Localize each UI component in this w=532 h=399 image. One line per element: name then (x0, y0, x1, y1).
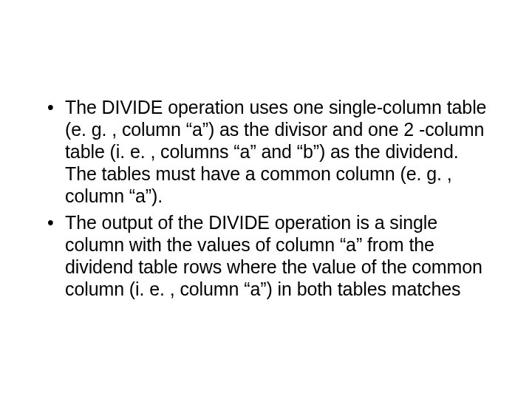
slide: The DIVIDE operation uses one single-col… (0, 0, 532, 399)
bullet-item: The DIVIDE operation uses one single-col… (44, 96, 488, 207)
bullet-list: The DIVIDE operation uses one single-col… (44, 96, 488, 300)
bullet-item: The output of the DIVIDE operation is a … (44, 211, 488, 300)
